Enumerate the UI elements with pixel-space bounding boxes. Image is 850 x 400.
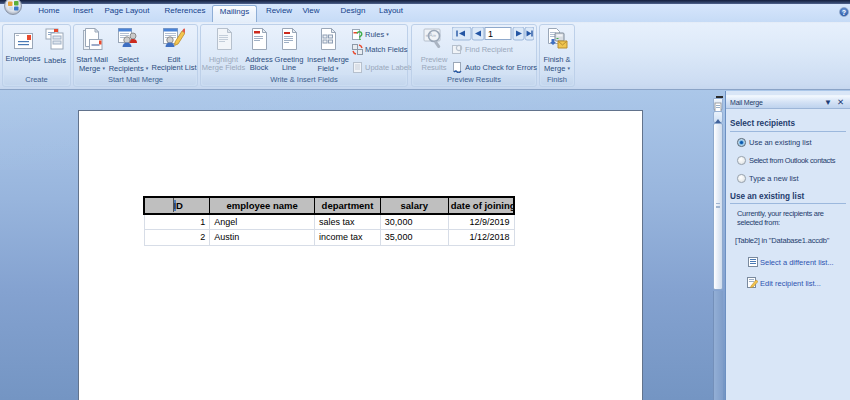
svg-text:«A»: «A» xyxy=(426,32,437,38)
svg-text:1: 1 xyxy=(488,29,493,39)
